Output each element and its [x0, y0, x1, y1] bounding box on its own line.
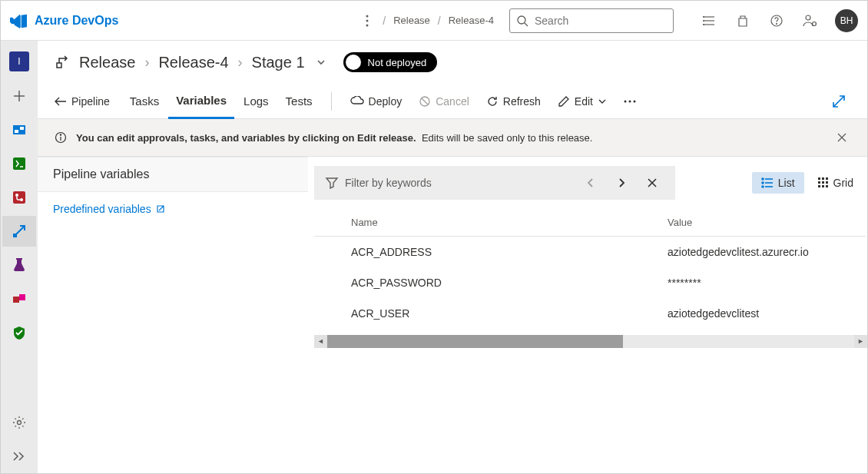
nav-commits[interactable]: [2, 182, 36, 213]
table-row[interactable]: ACR_ADDRESS aziotedgedevclitest.azurecr.…: [314, 237, 866, 267]
svg-point-33: [628, 100, 631, 102]
user-settings-icon[interactable]: [795, 5, 826, 36]
marketplace-icon[interactable]: [727, 5, 758, 36]
var-name: ACR_ADDRESS: [351, 246, 668, 258]
predefined-variables-label: Predefined variables: [53, 203, 151, 215]
table-row[interactable]: ACR_PASSWORD ********: [314, 267, 866, 298]
nav-artifacts[interactable]: [2, 283, 36, 314]
filter-next-icon[interactable]: [609, 171, 634, 195]
stage-dropdown-icon[interactable]: [313, 57, 330, 68]
svg-rect-51: [818, 181, 820, 184]
stage-bar: Release › Release-4 › Stage 1 Not deploy…: [38, 41, 867, 84]
header-more-icon[interactable]: [359, 15, 375, 27]
banner-close-icon[interactable]: [833, 129, 850, 146]
filter-prev-icon: [578, 171, 603, 195]
search-box[interactable]: [509, 8, 674, 33]
table-row[interactable]: ACR_USER aziotedgedevclitest: [314, 298, 866, 329]
table-header: Name Value: [314, 209, 866, 237]
svg-point-13: [806, 15, 810, 20]
svg-rect-48: [818, 177, 820, 180]
horizontal-scrollbar[interactable]: ◄ ►: [314, 335, 867, 348]
var-name: ACR_USER: [351, 307, 668, 320]
var-name: ACR_PASSWORD: [351, 277, 668, 289]
nav-test-plans[interactable]: [2, 250, 36, 280]
project-tile[interactable]: I: [9, 51, 29, 71]
crumb-release-4[interactable]: Release-4: [158, 54, 228, 71]
stage-separator: ›: [143, 55, 151, 71]
tab-tasks[interactable]: Tasks: [122, 84, 167, 118]
scroll-thumb[interactable]: [327, 335, 623, 348]
svg-point-47: [762, 186, 764, 187]
pipeline-label: Pipeline: [71, 95, 110, 108]
crumb-stage-1[interactable]: Stage 1: [252, 54, 305, 71]
nav-compliance[interactable]: [2, 317, 36, 348]
col-header-name[interactable]: Name: [351, 217, 668, 228]
edit-button[interactable]: Edit: [550, 84, 615, 118]
svg-point-3: [518, 16, 525, 24]
svg-rect-20: [13, 157, 25, 170]
nav-boards[interactable]: [2, 114, 36, 145]
deploy-button[interactable]: Deploy: [343, 84, 410, 118]
nav-add[interactable]: [2, 81, 36, 111]
var-value: aziotedgedevclitest.azurecr.io: [668, 246, 866, 258]
breadcrumb-release-4[interactable]: Release-4: [449, 15, 494, 26]
search-input[interactable]: [535, 15, 667, 27]
logo-area[interactable]: Azure DevOps: [10, 12, 118, 29]
refresh-button[interactable]: Refresh: [479, 84, 548, 118]
stage-separator: ›: [237, 55, 244, 71]
svg-rect-55: [822, 185, 824, 187]
filter-box[interactable]: Filter by keywords: [314, 166, 675, 200]
svg-rect-27: [19, 294, 25, 300]
nav-collapse[interactable]: [2, 441, 36, 472]
breadcrumb-release[interactable]: Release: [393, 15, 430, 26]
user-avatar[interactable]: BH: [835, 9, 858, 32]
filter-clear-icon[interactable]: [640, 171, 664, 195]
banner-text: You can edit approvals, tasks, and varia…: [76, 132, 592, 144]
grid-label: Grid: [833, 177, 853, 189]
tab-logs[interactable]: Logs: [236, 84, 277, 118]
deploy-status-text: Not deployed: [368, 57, 427, 68]
svg-rect-52: [822, 181, 824, 184]
svg-rect-53: [826, 181, 828, 184]
nav-repos[interactable]: [2, 148, 36, 179]
help-icon[interactable]: [761, 5, 792, 36]
breadcrumb-separator: /: [433, 15, 446, 27]
svg-point-0: [366, 15, 369, 17]
product-name: Azure DevOps: [35, 14, 118, 28]
tab-variables[interactable]: Variables: [168, 85, 234, 119]
content-area: Pipeline variables Predefined variables …: [38, 157, 867, 473]
col-header-value[interactable]: Value: [668, 217, 866, 228]
grid-view-button[interactable]: Grid: [809, 172, 863, 194]
svg-point-28: [18, 421, 22, 425]
pipeline-variables-heading[interactable]: Pipeline variables: [38, 157, 308, 192]
scroll-left-arrow[interactable]: ◄: [314, 335, 327, 348]
edit-label: Edit: [575, 95, 593, 108]
svg-rect-19: [20, 127, 24, 130]
azure-devops-logo-icon: [10, 12, 27, 29]
filter-placeholder: Filter by keywords: [345, 177, 572, 189]
cancel-label: Cancel: [436, 95, 469, 108]
work-items-icon[interactable]: [694, 5, 724, 36]
list-view-button[interactable]: List: [752, 172, 804, 194]
tab-tests[interactable]: Tests: [278, 84, 320, 118]
top-header: Azure DevOps / Release / Release-4 BH: [1, 1, 867, 41]
crumb-release[interactable]: Release: [79, 54, 135, 71]
fullscreen-icon[interactable]: [827, 94, 850, 108]
predefined-variables-link[interactable]: Predefined variables: [38, 192, 308, 226]
svg-point-8: [704, 16, 704, 17]
pill-knob: [346, 55, 361, 70]
svg-rect-24: [13, 234, 17, 237]
variables-side-panel: Pipeline variables Predefined variables: [38, 157, 308, 473]
more-actions-button[interactable]: [616, 84, 644, 118]
nav-settings[interactable]: [2, 407, 36, 438]
list-label: List: [778, 177, 795, 189]
svg-point-10: [704, 24, 704, 25]
info-banner: You can edit approvals, tasks, and varia…: [38, 119, 867, 157]
svg-point-37: [60, 134, 61, 135]
svg-line-31: [422, 98, 428, 104]
nav-pipelines[interactable]: [2, 216, 36, 247]
back-to-pipeline[interactable]: Pipeline: [55, 95, 110, 108]
svg-point-34: [633, 100, 635, 102]
scroll-right-arrow[interactable]: ►: [854, 335, 867, 348]
banner-bold: You can edit approvals, tasks, and varia…: [76, 132, 416, 144]
